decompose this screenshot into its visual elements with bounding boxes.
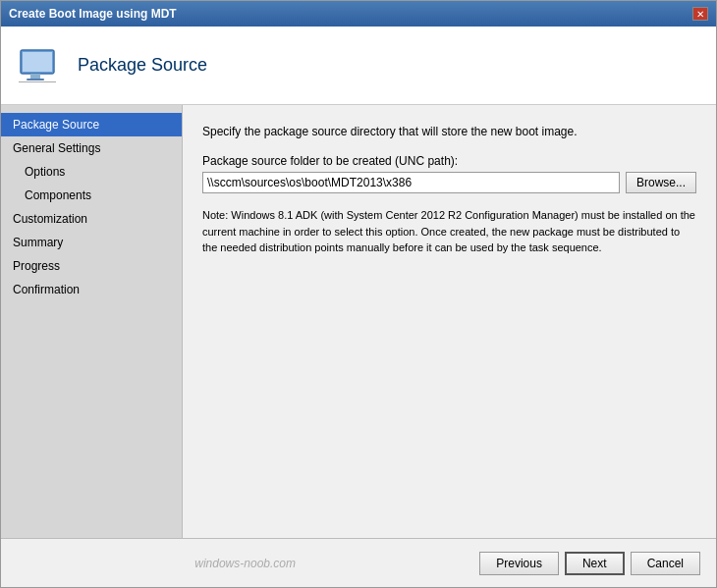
close-button[interactable]: ✕ [692, 7, 708, 21]
sidebar-item-summary[interactable]: Summary [1, 231, 182, 254]
path-input[interactable] [202, 172, 620, 193]
sidebar-item-customization[interactable]: Customization [1, 207, 182, 231]
svg-rect-2 [30, 74, 40, 79]
wizard-icon [17, 42, 64, 89]
sidebar: Package SourceGeneral SettingsOptionsCom… [1, 105, 183, 538]
note-text: Note: Windows 8.1 ADK (with System Cente… [202, 207, 696, 256]
content-description: Specify the package source directory tha… [202, 125, 696, 138]
browse-button[interactable]: Browse... [626, 172, 696, 193]
sidebar-item-options[interactable]: Options [1, 160, 182, 184]
title-bar: Create Boot Image using MDT ✕ [1, 1, 716, 27]
sidebar-item-progress[interactable]: Progress [1, 254, 182, 278]
sidebar-item-package-source[interactable]: Package Source [1, 113, 182, 136]
svg-rect-3 [27, 79, 44, 80]
window-title: Create Boot Image using MDT [9, 7, 177, 21]
sidebar-item-confirmation[interactable]: Confirmation [1, 278, 182, 301]
input-row: Browse... [202, 172, 696, 193]
content-area: Specify the package source directory tha… [183, 105, 716, 538]
sidebar-item-general-settings[interactable]: General Settings [1, 136, 182, 160]
sidebar-item-components[interactable]: Components [1, 184, 182, 207]
path-form-group: Package source folder to be created (UNC… [202, 154, 696, 193]
footer: windows-noob.com Previous Next Cancel [1, 538, 716, 587]
watermark: windows-noob.com [17, 557, 473, 570]
cancel-button[interactable]: Cancel [631, 552, 700, 575]
header-title: Package Source [78, 55, 207, 76]
previous-button[interactable]: Previous [479, 552, 559, 575]
main-window: Create Boot Image using MDT ✕ Package So… [0, 0, 717, 588]
header: Package Source [1, 27, 716, 105]
svg-rect-1 [23, 52, 52, 72]
next-button[interactable]: Next [565, 552, 625, 575]
path-label: Package source folder to be created (UNC… [202, 154, 696, 168]
main-content: Package SourceGeneral SettingsOptionsCom… [1, 105, 716, 538]
svg-rect-4 [19, 81, 56, 82]
